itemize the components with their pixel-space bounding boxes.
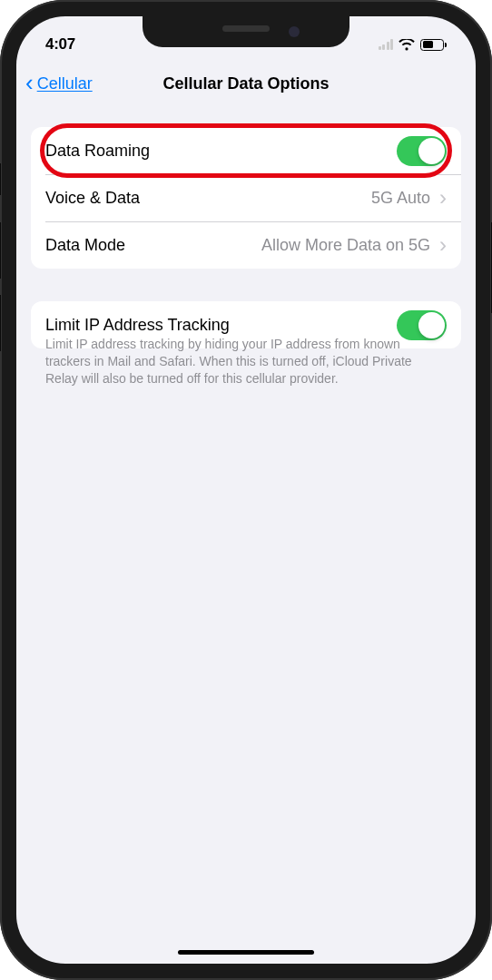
phone-frame: 4:07 ‹ Cellular: [0, 0, 492, 980]
chevron-left-icon: ‹: [25, 71, 34, 94]
chevron-right-icon: ›: [439, 234, 447, 256]
battery-icon: [420, 39, 447, 51]
row-value: 5G Auto: [371, 189, 430, 208]
screen: 4:07 ‹ Cellular: [16, 16, 476, 964]
limit-ip-tracking-toggle[interactable]: [397, 310, 447, 340]
settings-group-2: Limit IP Address Tracking: [31, 301, 461, 348]
row-label: Limit IP Address Tracking: [45, 316, 230, 335]
mute-switch: [0, 163, 1, 195]
cellular-signal-icon: [379, 39, 394, 50]
row-voice-and-data[interactable]: Voice & Data 5G Auto ›: [31, 174, 461, 221]
status-time: 4:07: [45, 35, 75, 54]
volume-down-button: [0, 295, 1, 351]
wifi-icon: [399, 39, 415, 51]
home-indicator[interactable]: [178, 950, 314, 956]
data-roaming-toggle[interactable]: [397, 136, 447, 166]
content: Data Roaming Voice & Data 5G Auto › D: [16, 107, 476, 387]
row-data-mode[interactable]: Data Mode Allow More Data on 5G ›: [31, 221, 461, 269]
notch: [143, 16, 349, 47]
volume-up-button: [0, 222, 1, 279]
navigation-bar: ‹ Cellular Cellular Data Options: [16, 60, 476, 107]
chevron-right-icon: ›: [439, 187, 447, 209]
row-label: Data Roaming: [45, 142, 150, 161]
row-label: Data Mode: [45, 236, 125, 255]
back-button[interactable]: ‹ Cellular: [25, 73, 93, 94]
row-limit-ip-tracking[interactable]: Limit IP Address Tracking: [31, 301, 461, 348]
status-indicators: [379, 39, 447, 51]
settings-group-1: Data Roaming Voice & Data 5G Auto › D: [31, 127, 461, 269]
row-label: Voice & Data: [45, 189, 140, 208]
row-value: Allow More Data on 5G: [261, 236, 430, 255]
back-label: Cellular: [37, 74, 93, 93]
row-data-roaming[interactable]: Data Roaming: [31, 127, 461, 174]
front-camera: [289, 26, 300, 37]
speaker-grille: [222, 25, 270, 32]
